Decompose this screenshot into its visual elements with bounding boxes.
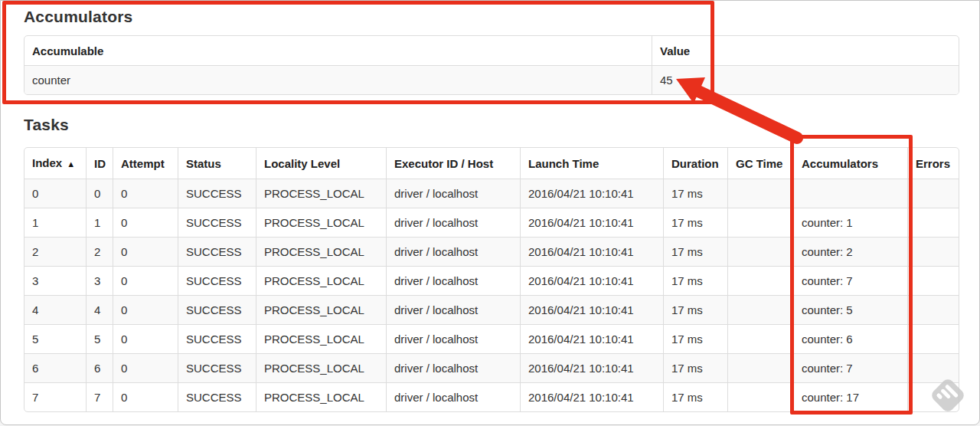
table-cell: SUCCESS xyxy=(178,353,256,382)
table-cell: 3 xyxy=(86,266,113,295)
table-cell: PROCESS_LOCAL xyxy=(256,266,386,295)
errors-column-header[interactable]: Errors xyxy=(907,148,959,179)
table-cell: PROCESS_LOCAL xyxy=(256,382,386,411)
table-cell: PROCESS_LOCAL xyxy=(256,237,386,266)
table-cell: 2016/04/21 10:10:41 xyxy=(520,179,663,208)
executor-id-host-column-header[interactable]: Executor ID / Host xyxy=(386,148,520,179)
table-row: 330SUCCESSPROCESS_LOCALdriver / localhos… xyxy=(24,266,959,295)
table-cell xyxy=(727,237,793,266)
table-cell: counter: 7 xyxy=(793,353,907,382)
table-cell: SUCCESS xyxy=(178,208,256,237)
id-column-header[interactable]: ID xyxy=(86,148,113,179)
table-cell xyxy=(907,208,959,237)
duration-column-header[interactable]: Duration xyxy=(663,148,727,179)
table-cell: 6 xyxy=(86,353,113,382)
table-cell: 17 ms xyxy=(663,382,727,411)
index-column-header[interactable]: Index▲ xyxy=(24,148,86,179)
table-cell: 17 ms xyxy=(663,237,727,266)
accumulators-table: Accumulable Value counter45 xyxy=(24,35,959,95)
table-cell: counter: 7 xyxy=(793,266,907,295)
table-cell: SUCCESS xyxy=(178,382,256,411)
table-cell: 17 ms xyxy=(663,324,727,353)
table-cell: 5 xyxy=(24,324,86,353)
table-cell: 3 xyxy=(24,266,86,295)
value-column-header: Value xyxy=(652,36,959,65)
table-cell: 0 xyxy=(113,324,178,353)
table-cell: PROCESS_LOCAL xyxy=(256,324,386,353)
table-cell: driver / localhost xyxy=(386,266,520,295)
table-cell xyxy=(727,324,793,353)
table-cell xyxy=(727,295,793,324)
table-cell: 17 ms xyxy=(663,208,727,237)
table-cell xyxy=(793,179,907,208)
table-cell: counter: 5 xyxy=(793,295,907,324)
table-cell: 0 xyxy=(24,179,86,208)
table-cell: 2016/04/21 10:10:41 xyxy=(520,353,663,382)
table-cell: 7 xyxy=(86,382,113,411)
table-cell: 2016/04/21 10:10:41 xyxy=(520,295,663,324)
tasks-table: Index▲ ID Attempt Status Locality Level … xyxy=(24,147,959,412)
gc-time-column-header[interactable]: GC Time xyxy=(727,148,793,179)
table-cell: counter: 17 xyxy=(793,382,907,411)
table-cell: counter: 1 xyxy=(793,208,907,237)
table-cell: 2 xyxy=(24,237,86,266)
table-cell: counter xyxy=(24,65,652,94)
accumulators-table-header-row: Accumulable Value xyxy=(24,36,959,65)
table-cell: PROCESS_LOCAL xyxy=(256,295,386,324)
table-cell: 17 ms xyxy=(663,353,727,382)
status-column-header[interactable]: Status xyxy=(178,148,256,179)
table-row: 550SUCCESSPROCESS_LOCALdriver / localhos… xyxy=(24,324,959,353)
tasks-table-header-row: Index▲ ID Attempt Status Locality Level … xyxy=(24,148,959,179)
table-cell xyxy=(907,382,959,411)
table-cell: 0 xyxy=(113,266,178,295)
table-cell: counter: 2 xyxy=(793,237,907,266)
table-cell: SUCCESS xyxy=(178,295,256,324)
locality-level-column-header[interactable]: Locality Level xyxy=(256,148,386,179)
table-row: 440SUCCESSPROCESS_LOCALdriver / localhos… xyxy=(24,295,959,324)
table-cell xyxy=(727,382,793,411)
table-cell: 0 xyxy=(113,295,178,324)
table-cell: 7 xyxy=(24,382,86,411)
table-cell: SUCCESS xyxy=(178,179,256,208)
table-cell xyxy=(907,179,959,208)
accumulable-column-header: Accumulable xyxy=(24,36,652,65)
table-cell xyxy=(727,266,793,295)
sort-ascending-icon: ▲ xyxy=(67,159,75,169)
table-cell xyxy=(727,208,793,237)
table-cell: driver / localhost xyxy=(386,324,520,353)
table-cell: SUCCESS xyxy=(178,237,256,266)
table-cell: driver / localhost xyxy=(386,295,520,324)
accumulators-section-heading: Accumulators xyxy=(24,8,132,26)
table-cell: 0 xyxy=(86,179,113,208)
table-cell: 2016/04/21 10:10:41 xyxy=(520,237,663,266)
index-column-label: Index xyxy=(32,156,62,169)
launch-time-column-header[interactable]: Launch Time xyxy=(520,148,663,179)
table-cell: 0 xyxy=(113,237,178,266)
table-cell: 4 xyxy=(24,295,86,324)
table-row: 770SUCCESSPROCESS_LOCALdriver / localhos… xyxy=(24,382,959,411)
table-cell: 2016/04/21 10:10:41 xyxy=(520,208,663,237)
table-row: counter45 xyxy=(24,65,959,94)
table-cell: driver / localhost xyxy=(386,208,520,237)
table-cell: 17 ms xyxy=(663,266,727,295)
table-cell: PROCESS_LOCAL xyxy=(256,179,386,208)
table-cell: 2016/04/21 10:10:41 xyxy=(520,382,663,411)
table-cell xyxy=(907,266,959,295)
tasks-section-heading: Tasks xyxy=(24,116,69,134)
table-cell: 5 xyxy=(86,324,113,353)
table-row: 660SUCCESSPROCESS_LOCALdriver / localhos… xyxy=(24,353,959,382)
table-cell: driver / localhost xyxy=(386,179,520,208)
table-cell xyxy=(907,237,959,266)
table-cell xyxy=(907,295,959,324)
table-cell: 17 ms xyxy=(663,179,727,208)
table-cell: 1 xyxy=(86,208,113,237)
table-cell: 2016/04/21 10:10:41 xyxy=(520,266,663,295)
table-row: 110SUCCESSPROCESS_LOCALdriver / localhos… xyxy=(24,208,959,237)
accumulators-column-header[interactable]: Accumulators xyxy=(793,148,907,179)
table-cell: 1 xyxy=(24,208,86,237)
table-cell: driver / localhost xyxy=(386,382,520,411)
table-cell xyxy=(727,179,793,208)
table-cell: 0 xyxy=(113,382,178,411)
table-cell: PROCESS_LOCAL xyxy=(256,208,386,237)
attempt-column-header[interactable]: Attempt xyxy=(113,148,178,179)
